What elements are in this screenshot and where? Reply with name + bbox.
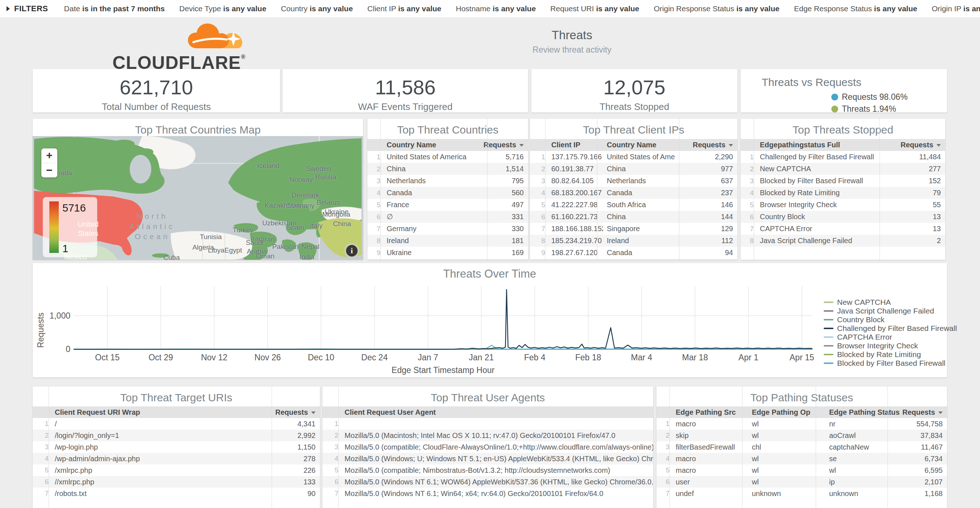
table-row[interactable]: 3Mozilla/5.0 (compatible; CloudFlare-Alw…	[323, 441, 653, 453]
table-row[interactable]: 2China1,514	[368, 163, 528, 175]
table-row[interactable]: 4Mozilla/5.0 (Windows; U; Windows NT 5.1…	[323, 453, 653, 465]
filter-chip[interactable]: Date is in the past 7 months	[64, 4, 165, 13]
table-row[interactable]: 541.222.227.98South Africa146	[530, 199, 737, 211]
table-row[interactable]: 4Canada560	[368, 187, 528, 199]
table-row[interactable]: 2New CAPTCHA277	[741, 163, 945, 175]
table-cell: Mozilla/5.0 (compatible; Nimbostratus-Bo…	[341, 465, 653, 476]
legend-line-icon	[824, 301, 834, 303]
table-row[interactable]: 7Mozilla/5.0 (Windows NT 6.1; Win64; x64…	[323, 488, 653, 499]
filter-chip[interactable]: Hostname is any value	[456, 4, 536, 13]
table-row[interactable]: 3filterBasedFirewallchlcaptchaNew11,467	[657, 441, 947, 453]
table-row[interactable]: 1137.175.79.166United States of America2…	[530, 151, 737, 163]
table-row[interactable]: 1061.160.247.127China89	[530, 259, 737, 260]
table-row[interactable]: 5/xmlrpc.php226	[33, 465, 320, 476]
table-cell: 5,716	[483, 151, 528, 163]
filter-chip[interactable]: Origin Response Status is any value	[654, 4, 780, 13]
table-row[interactable]: 5Browser Integrity Check55	[741, 199, 945, 211]
table-cell: 37,834	[901, 430, 947, 441]
table-row[interactable]: 7188.166.188.152Singapore129	[530, 223, 737, 235]
table-cell: 137.175.79.166	[548, 151, 603, 163]
filter-chip[interactable]: Device Type is any value	[179, 4, 266, 13]
threat-countries-map[interactable]: CanadaUnitedStatesMexicoCubaIcelandSwede…	[33, 136, 363, 260]
legend-line-icon	[824, 328, 834, 329]
table-row[interactable]: 2Mozilla/5.0 (Macintosh; Intel Mac OS X …	[323, 430, 653, 441]
table-row[interactable]: 1macrowlnr554,758	[657, 418, 947, 430]
column-header: Edge Pathing Status	[826, 406, 901, 418]
table-row[interactable]: 7undefunknownunknown1,168	[657, 488, 947, 499]
table-row[interactable]: 661.160.221.73China144	[530, 211, 737, 223]
chart-legend: New CAPTCHAJava Script Challenge FailedC…	[824, 298, 957, 368]
table-cell: //xmlrpc.php	[51, 476, 267, 488]
filter-chip[interactable]: Client IP is any value	[368, 4, 441, 13]
table-row[interactable]: 2skipwlaoCrawl37,834	[657, 430, 947, 441]
map-country-label: Denmark	[291, 191, 319, 199]
table-cell: 330	[483, 223, 528, 235]
table-cell: 331	[483, 211, 528, 223]
filter-chip[interactable]: Origin IP is any value	[932, 4, 980, 13]
table-row[interactable]: 7/robots.txt90	[33, 488, 320, 499]
filters-label[interactable]: FILTERS	[14, 4, 48, 13]
table-cell: 60.191.38.77	[548, 163, 603, 175]
table-cell: 89	[675, 259, 737, 260]
column-header[interactable]: Requests	[675, 139, 737, 151]
column-header[interactable]: Requests	[483, 139, 528, 151]
table-row[interactable]: 1United States of America5,716	[368, 151, 528, 163]
column-header[interactable]: Requests	[267, 406, 320, 418]
map-zoom-in-button[interactable]: +	[41, 148, 57, 163]
chart-legend-item: Challenged by Filter Based Firewall	[824, 324, 957, 333]
table-cell: 68.183.200.167	[548, 187, 603, 199]
table-row[interactable]: 5macrowlwl6,595	[657, 465, 947, 476]
table-row[interactable]: 468.183.200.167Canada237	[530, 187, 737, 199]
table-row[interactable]: 9Ukraine169	[368, 247, 528, 259]
stat-label: Threats Stopped	[531, 99, 737, 113]
table-row[interactable]: 2/login/?login_only=12,992	[33, 430, 320, 441]
table-row[interactable]: 1/4,341	[33, 418, 320, 430]
table-row[interactable]: 10Singapore158	[368, 259, 528, 260]
filter-chip[interactable]: Request URI is any value	[550, 4, 639, 13]
table-row[interactable]: 9198.27.67.120Canada94	[530, 247, 737, 259]
table-row[interactable]: 6userwlip2,107	[657, 476, 947, 488]
table-row[interactable]: 5Mozilla/5.0 (compatible; Nimbostratus-B…	[323, 465, 653, 476]
table-row[interactable]: 6Country Block13	[741, 211, 945, 223]
table-row[interactable]: 8Java Script Challenge Failed2	[741, 235, 945, 247]
table-cell: 977	[675, 163, 737, 175]
table-row[interactable]: 8Ireland181	[368, 235, 528, 247]
svg-text:Requests: Requests	[36, 312, 45, 348]
table-row[interactable]: 260.191.38.77China977	[530, 163, 737, 175]
column-header[interactable]: Requests	[901, 406, 947, 418]
table-row[interactable]: 3Blocked by Filter Based Firewall152	[741, 175, 945, 187]
table-row[interactable]: 380.82.64.105Netherlands637	[530, 175, 737, 187]
table-row[interactable]: 7Germany330	[368, 223, 528, 235]
filters-expand-icon[interactable]	[6, 6, 10, 11]
stat-card-total-requests: 621,710 Total Number of Requests	[33, 69, 280, 113]
table-cell: New CAPTCHA	[756, 163, 875, 175]
map-country-label: Mongolia	[322, 210, 350, 218]
table-row[interactable]: 6∅331	[368, 211, 528, 223]
table-cell: Canada	[603, 187, 675, 199]
svg-text:Nov 26: Nov 26	[254, 353, 281, 362]
map-zoom-out-button[interactable]: −	[41, 163, 57, 178]
table-cell: /wp-admin/admin-ajax.php	[51, 453, 267, 465]
map-info-button[interactable]: i	[345, 244, 359, 258]
table-row[interactable]: 4macrowlse6,734	[657, 453, 947, 465]
table-cell: Germany	[383, 223, 483, 235]
table-row[interactable]: 4Blocked by Rate Limiting79	[741, 187, 945, 199]
table-row[interactable]: 3/wp-login.php1,150	[33, 441, 320, 453]
svg-text:Oct 15: Oct 15	[95, 353, 120, 362]
table-row[interactable]: 5France497	[368, 199, 528, 211]
column-header[interactable]: Requests	[875, 139, 945, 151]
table-row[interactable]: 7CAPTCHA Error13	[741, 223, 945, 235]
table-cell: /	[51, 418, 267, 430]
table-cell: Singapore	[603, 223, 675, 235]
filter-chip[interactable]: Country is any value	[281, 4, 353, 13]
map-color-legend: 5716 1	[43, 197, 97, 257]
table-row[interactable]: 8185.234.219.70Ireland112	[530, 235, 737, 247]
table-row[interactable]: 6Mozilla/5.0 (Windows NT 6.1; WOW64) App…	[323, 476, 653, 488]
table-row[interactable]: 3Netherlands795	[368, 175, 528, 187]
filter-chip[interactable]: Edge Response Status is any value	[794, 4, 917, 13]
table-row[interactable]: 6//xmlrpc.php133	[33, 476, 320, 488]
table-row[interactable]: 4/wp-admin/admin-ajax.php278	[33, 453, 320, 465]
table-row[interactable]: 1Challenged by Filter Based Firewall11,4…	[741, 151, 945, 163]
card-title: Top Threat User Agents	[323, 387, 653, 404]
table-row[interactable]: 1	[323, 418, 653, 430]
